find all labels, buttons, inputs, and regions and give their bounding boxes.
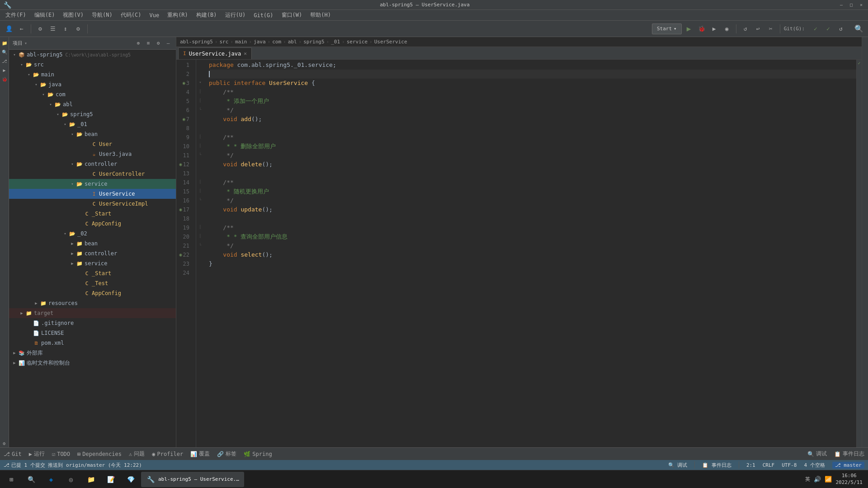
taskbar-app1[interactable]: 💎: [121, 472, 140, 487]
fold-arrow-3[interactable]: ▾: [196, 78, 204, 87]
tree-item-usercontroller[interactable]: ▶ C UserController: [9, 169, 176, 179]
menu-edit[interactable]: 编辑(E): [31, 10, 59, 20]
status-debug[interactable]: 🔍 调试: [668, 462, 688, 469]
git-check1[interactable]: ✓: [810, 23, 821, 34]
code-editor[interactable]: package com.abl.spring5._01.service; pub…: [204, 60, 856, 447]
search-everywhere-btn[interactable]: 🔍: [854, 23, 864, 34]
sidebar-icon-project[interactable]: 📁: [0, 39, 9, 47]
tray-lang[interactable]: 英: [805, 476, 810, 483]
toolbar-undo-btn[interactable]: ↩: [753, 23, 764, 34]
menu-build[interactable]: 构建(B): [193, 10, 221, 20]
bottom-coverage[interactable]: 📊 覆盖: [190, 450, 210, 458]
toolbar-sort-btn[interactable]: ↕: [60, 23, 71, 34]
menu-vue[interactable]: Vue: [146, 11, 163, 19]
taskbar-idea[interactable]: 🔧 abl-spring5 – UserService.java: [141, 472, 244, 487]
tree-item-license[interactable]: ▶ 📄 LICENSE: [9, 328, 176, 338]
bottom-profiler[interactable]: ◉ Profiler: [152, 451, 183, 457]
breadcrumb-userservice[interactable]: UserService: [374, 39, 407, 45]
toolbar-gear-btn[interactable]: ⚙: [35, 23, 46, 34]
breadcrumb-src[interactable]: src: [219, 39, 228, 45]
tray-sound[interactable]: 🔊: [814, 476, 821, 483]
status-linend[interactable]: CRLF: [763, 462, 775, 468]
menu-view[interactable]: 视图(V): [59, 10, 87, 20]
tree-item-resources[interactable]: ▶ 📁 resources: [9, 298, 176, 308]
panel-action-hide[interactable]: —: [164, 39, 172, 47]
tree-item-main[interactable]: ▾ 📂 main: [9, 70, 176, 80]
tree-item-controller02[interactable]: ▶ 📁 controller: [9, 249, 176, 258]
run-button[interactable]: ▶: [684, 23, 694, 34]
breadcrumb-com[interactable]: com: [272, 39, 281, 45]
git-check2[interactable]: ✓: [823, 23, 834, 34]
bottom-git[interactable]: ⎇ Git: [4, 451, 22, 457]
menu-file[interactable]: 文件(F): [2, 10, 30, 20]
tree-item-gitignore[interactable]: ▶ 📄 .gitignore: [9, 318, 176, 328]
tree-item-user[interactable]: ▶ C User: [9, 139, 176, 149]
tree-item-java[interactable]: ▾ 📂 java: [9, 80, 176, 89]
tree-item-appconfig[interactable]: ▶ C AppConfig: [9, 219, 176, 229]
menu-navigate[interactable]: 导航(N): [88, 10, 116, 20]
panel-action-collapse[interactable]: ≡: [144, 39, 152, 47]
tree-item-root[interactable]: ▾ 📦 abl-spring5 C:\work\java\abl-spring5: [9, 50, 176, 60]
tree-item-start02[interactable]: ▶ C _Start: [9, 268, 176, 278]
sidebar-icon-git[interactable]: ⎇: [0, 57, 9, 65]
tab-close-btn[interactable]: ✕: [244, 51, 247, 56]
bottom-spring[interactable]: 🌿 Spring: [244, 451, 272, 457]
bottom-event-log[interactable]: 📋 事件日志: [834, 450, 864, 458]
taskbar-edge[interactable]: ◈: [42, 472, 61, 487]
menu-git[interactable]: Git(G): [250, 11, 277, 19]
tree-item-02[interactable]: ▾ 📂 _02: [9, 229, 176, 239]
tray-network[interactable]: 📶: [825, 476, 832, 483]
bottom-debug-panel[interactable]: 🔍 调试: [807, 450, 827, 458]
minimize-button[interactable]: —: [838, 2, 844, 8]
breadcrumb-01[interactable]: _01: [331, 39, 340, 45]
menu-code[interactable]: 代码(C): [117, 10, 145, 20]
menu-run[interactable]: 运行(U): [222, 10, 250, 20]
tree-item-com[interactable]: ▾ 📂 com: [9, 89, 176, 99]
tree-item-service[interactable]: ▾ 📂 service: [9, 179, 176, 189]
panel-action-settings[interactable]: ⚙: [154, 39, 162, 47]
tree-item-controller[interactable]: ▾ 📂 controller: [9, 159, 176, 169]
breadcrumb-service[interactable]: service: [347, 39, 368, 45]
bottom-mapping[interactable]: 🔗 标签: [217, 450, 236, 458]
tree-item-scratch[interactable]: ▶ 📊 临时文件和控制台: [9, 358, 176, 368]
tree-item-01[interactable]: ▾ 📂 _01: [9, 119, 176, 129]
tree-item-external-libs[interactable]: ▶ 📚 外部库: [9, 348, 176, 358]
sidebar-icon-search[interactable]: 🔍: [0, 48, 9, 56]
bottom-dependencies[interactable]: ⊞ Dependencies: [77, 451, 122, 457]
run-profile-btn[interactable]: ◉: [722, 23, 732, 34]
bottom-todo[interactable]: ☑ TODO: [52, 451, 70, 457]
bottom-run[interactable]: ▶ 运行: [29, 450, 45, 458]
tree-item-pom[interactable]: ▶ 🗎 pom.xml: [9, 338, 176, 348]
tree-item-start[interactable]: ▶ C _Start: [9, 209, 176, 219]
menu-help[interactable]: 帮助(H): [307, 10, 335, 20]
git-status[interactable]: ⎇ 已提 1 个提交 推送到 origin/master (今天 12:22): [4, 462, 142, 469]
toolbar-back-btn[interactable]: ←: [16, 23, 27, 34]
toolbar-cut-btn[interactable]: ✂: [765, 23, 776, 34]
tree-item-bean02[interactable]: ▶ 📁 bean: [9, 239, 176, 249]
toolbar-list-btn[interactable]: ☰: [47, 23, 58, 34]
breadcrumb-root[interactable]: abl-spring5: [180, 39, 213, 45]
bottom-problems[interactable]: ⚠ 问题: [129, 450, 145, 458]
git-branch-badge[interactable]: ⎇ master: [832, 462, 864, 469]
run-coverage-btn[interactable]: ▶: [709, 23, 720, 34]
tree-item-userservice[interactable]: ▶ I UserService: [9, 189, 176, 199]
tree-item-service02[interactable]: ▶ 📁 service: [9, 258, 176, 268]
tree-item-user3[interactable]: ▶ ☕ User3.java: [9, 149, 176, 159]
tree-item-bean[interactable]: ▾ 📂 bean: [9, 129, 176, 139]
status-position[interactable]: 2:1: [746, 462, 755, 468]
taskbar-search[interactable]: 🔍: [22, 472, 41, 487]
sidebar-icon-run[interactable]: ▶: [0, 66, 9, 74]
taskbar-start[interactable]: ⊞: [2, 472, 21, 487]
tree-item-src[interactable]: ▾ 📂 src: [9, 60, 176, 70]
tree-item-appconfig02[interactable]: ▶ C AppConfig: [9, 288, 176, 298]
breadcrumb-spring5[interactable]: spring5: [303, 39, 324, 45]
taskbar-file-explorer[interactable]: 📁: [81, 472, 100, 487]
debug-button[interactable]: 🐞: [696, 23, 707, 34]
editor[interactable]: 1 2 ◉3 4 5 6 ◉7 8 9 10 11 ◉12 13 14: [176, 60, 862, 447]
tree-item-spring5[interactable]: ▾ 📂 spring5: [9, 109, 176, 119]
close-button[interactable]: ✕: [858, 2, 864, 8]
sidebar-icon-bottom1[interactable]: ⚙: [0, 439, 9, 447]
taskbar-chrome[interactable]: ◎: [61, 472, 80, 487]
taskbar-notepad[interactable]: 📝: [101, 472, 120, 487]
restore-button[interactable]: □: [848, 2, 854, 8]
